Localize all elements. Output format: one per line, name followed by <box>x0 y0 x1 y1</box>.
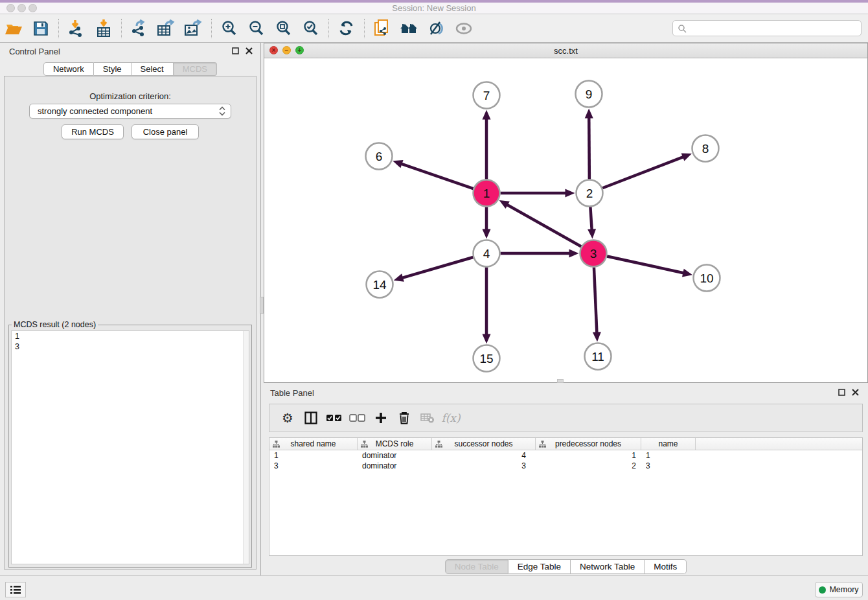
export-image-icon[interactable] <box>183 17 205 40</box>
graph-edge-2-9[interactable] <box>589 116 589 179</box>
mcds-panel-body: Optimization criterion: strongly connect… <box>4 76 257 570</box>
graph-node-15[interactable]: 15 <box>474 345 500 372</box>
column-header-shared-name[interactable]: shared name <box>269 438 358 450</box>
cell-successor-nodes[interactable]: 3 <box>432 461 536 471</box>
graph-node-10[interactable]: 10 <box>694 265 720 292</box>
session-title: Session: New Session <box>0 3 868 13</box>
graph-node-2[interactable]: 2 <box>577 180 603 207</box>
graph-node-4[interactable]: 4 <box>474 240 500 267</box>
zoom-in-icon[interactable] <box>218 17 240 40</box>
graph-node-label: 11 <box>591 350 604 363</box>
select-all-columns-icon[interactable] <box>323 407 346 429</box>
zoom-selected-icon[interactable] <box>300 17 322 40</box>
home-networks-icon[interactable] <box>398 17 420 40</box>
cell-mcds-role[interactable]: dominator <box>358 450 432 461</box>
tab-network-table[interactable]: Network Table <box>571 559 645 574</box>
graph-edge-arrowhead <box>681 153 692 161</box>
graph-edge-2-3[interactable] <box>590 207 591 231</box>
search-box[interactable] <box>672 20 862 36</box>
result-scrollbar[interactable] <box>243 331 249 564</box>
tab-mcds[interactable]: MCDS <box>174 62 217 76</box>
tab-select[interactable]: Select <box>131 62 174 76</box>
graph-edge-3-10[interactable] <box>607 257 685 273</box>
criterion-dropdown[interactable]: strongly connected component <box>29 104 231 119</box>
graph-edge-3-1[interactable] <box>506 204 581 247</box>
graph-edge-arrowhead <box>585 108 593 118</box>
network-canvas[interactable]: 1234678910111415 <box>264 58 867 382</box>
mcds-result-title: MCDS result (2 nodes) <box>12 320 98 329</box>
network-view-window: × − + scc.txt 1234678910111415 <box>264 43 868 383</box>
mcds-result-list[interactable]: 1 3 <box>11 330 249 564</box>
close-panel-icon[interactable] <box>246 47 253 54</box>
column-header-successor-nodes[interactable]: successor nodes <box>432 438 536 450</box>
delete-column-icon[interactable] <box>393 407 416 429</box>
import-table-icon[interactable] <box>93 17 115 40</box>
delete-table-icon[interactable] <box>416 407 439 429</box>
table-panel: Table Panel ⚙ f(x) shared name <box>264 383 868 575</box>
memory-button[interactable]: Memory <box>815 582 863 597</box>
graph-node-11[interactable]: 11 <box>585 343 611 370</box>
cell-mcds-role[interactable]: dominator <box>358 461 432 471</box>
toolbar-separator <box>328 19 329 38</box>
cell-predecessor-nodes[interactable]: 1 <box>536 450 641 461</box>
new-network-from-selection-icon[interactable] <box>371 17 393 40</box>
export-table-icon[interactable] <box>155 17 177 40</box>
tab-motifs[interactable]: Motifs <box>645 559 687 574</box>
deselect-all-columns-icon[interactable] <box>346 407 369 429</box>
toolbar-separator <box>211 19 212 38</box>
cell-predecessor-nodes[interactable]: 2 <box>536 461 641 471</box>
column-layout-icon[interactable] <box>299 407 323 429</box>
task-list-button[interactable] <box>5 582 26 597</box>
export-network-icon[interactable] <box>128 17 150 40</box>
column-header-name[interactable]: name <box>641 438 696 450</box>
graph-edge-1-6[interactable] <box>400 163 474 189</box>
refresh-icon[interactable] <box>336 17 358 40</box>
memory-label: Memory <box>829 585 858 594</box>
column-header-mcds-role[interactable]: MCDS role <box>358 438 432 450</box>
graph-edge-3-11[interactable] <box>594 267 597 334</box>
tab-node-table[interactable]: Node Table <box>445 559 508 574</box>
table-row[interactable]: 1 dominator 4 1 1 <box>269 450 862 461</box>
import-network-icon[interactable] <box>65 17 87 40</box>
function-builder-icon[interactable]: f(x) <box>439 407 463 429</box>
graph-node-14[interactable]: 14 <box>367 271 393 298</box>
optimization-criterion-label: Optimization criterion: <box>5 91 256 101</box>
main-toolbar <box>0 14 868 43</box>
graph-node-8[interactable]: 8 <box>692 135 719 162</box>
graph-node-9[interactable]: 9 <box>576 81 602 108</box>
table-row[interactable]: 3 dominator 3 2 3 <box>269 461 862 471</box>
tab-style[interactable]: Style <box>94 62 131 76</box>
table-settings-gear-icon[interactable]: ⚙ <box>276 407 299 429</box>
tab-network[interactable]: Network <box>43 62 94 76</box>
eye-icon[interactable] <box>453 17 475 40</box>
float-table-panel-icon[interactable] <box>838 389 845 396</box>
cell-name[interactable]: 1 <box>641 450 696 461</box>
search-input[interactable] <box>689 22 861 35</box>
network-window-titlebar[interactable]: × − + scc.txt <box>264 43 867 58</box>
zoom-out-icon[interactable] <box>246 17 268 40</box>
table-panel-title: Table Panel <box>270 388 314 398</box>
run-mcds-button[interactable]: Run MCDS <box>62 124 124 139</box>
zoom-fit-icon[interactable] <box>273 17 295 40</box>
cell-successor-nodes[interactable]: 4 <box>432 450 536 461</box>
tab-edge-table[interactable]: Edge Table <box>508 559 571 574</box>
float-panel-icon[interactable] <box>232 47 239 54</box>
close-panel-button[interactable]: Close panel <box>131 124 199 139</box>
graph-edge-2-8[interactable] <box>602 156 685 188</box>
graph-node-7[interactable]: 7 <box>474 82 500 109</box>
cell-shared-name[interactable]: 3 <box>269 461 358 471</box>
add-column-icon[interactable] <box>369 407 393 429</box>
hide-graphics-details-icon[interactable] <box>426 17 448 40</box>
close-table-panel-icon[interactable] <box>852 389 859 396</box>
column-header-predecessor-nodes[interactable]: predecessor nodes <box>536 438 641 450</box>
graph-node-1[interactable]: 1 <box>474 180 500 207</box>
dropdown-spinner-icon <box>219 106 225 116</box>
cell-shared-name[interactable]: 1 <box>269 450 358 461</box>
graph-edge-4-14[interactable] <box>401 257 473 278</box>
cell-name[interactable]: 3 <box>641 461 696 471</box>
open-folder-icon[interactable] <box>3 17 25 40</box>
save-icon[interactable] <box>30 17 52 40</box>
graph-node-6[interactable]: 6 <box>366 143 393 170</box>
graph-node-label: 6 <box>376 150 383 163</box>
graph-node-3[interactable]: 3 <box>580 240 607 267</box>
